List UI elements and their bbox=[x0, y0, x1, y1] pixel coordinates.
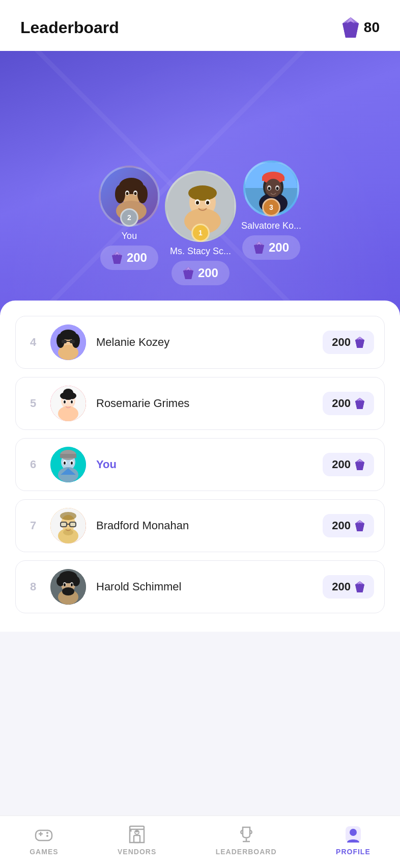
svg-rect-75 bbox=[36, 830, 52, 840]
list-name-5: Rosemarie Grimes bbox=[96, 397, 312, 410]
list-score-7: 200 bbox=[323, 514, 374, 537]
nav-label-games: GAMES bbox=[30, 848, 58, 856]
nav-item-leaderboard[interactable]: LEADERBOARD bbox=[216, 824, 277, 856]
svg-point-87 bbox=[350, 829, 357, 836]
avatar-bradford bbox=[50, 508, 86, 544]
svg-point-28 bbox=[276, 187, 278, 190]
nav-label-profile: PROFILE bbox=[336, 848, 370, 856]
score-1st: 200 bbox=[198, 266, 218, 280]
podium-name-1st: Ms. Stacy Sc... bbox=[170, 246, 231, 257]
gem-counter: 80 bbox=[341, 16, 380, 39]
svg-point-70 bbox=[62, 587, 74, 595]
list-score-6: 200 bbox=[323, 453, 374, 476]
list-rank-5: 5 bbox=[26, 397, 40, 410]
list-item: 8 Harold Schimmel 200 bbox=[15, 560, 385, 613]
list-name-4: Melanie Kozey bbox=[96, 336, 312, 349]
svg-rect-35 bbox=[62, 340, 67, 343]
list-item: 4 Melanie Kozey 200 bbox=[15, 316, 385, 369]
svg-point-59 bbox=[60, 512, 76, 520]
gem-count: 80 bbox=[364, 19, 380, 36]
svg-point-5 bbox=[137, 185, 148, 203]
list-name-7: Bradford Monahan bbox=[96, 519, 312, 532]
score-badge-3rd: 200 bbox=[242, 235, 300, 260]
score-value-6: 200 bbox=[332, 458, 351, 471]
medal-silver: 2 bbox=[120, 208, 138, 227]
svg-point-27 bbox=[268, 187, 270, 190]
score-value-5: 200 bbox=[332, 397, 351, 410]
nav-item-games[interactable]: GAMES bbox=[30, 824, 58, 856]
score-3rd: 200 bbox=[269, 240, 289, 255]
svg-point-55 bbox=[71, 462, 73, 465]
score-2nd: 200 bbox=[127, 251, 147, 265]
svg-point-63 bbox=[63, 529, 73, 535]
svg-rect-61 bbox=[70, 522, 76, 527]
avatar-rosemarie bbox=[50, 386, 86, 421]
svg-point-73 bbox=[64, 583, 66, 586]
podium-player-3rd: 3 Salvatore Ko... 200 bbox=[241, 160, 301, 260]
svg-rect-60 bbox=[61, 522, 67, 527]
person-icon bbox=[343, 824, 363, 845]
svg-rect-36 bbox=[70, 340, 75, 343]
list-rank-8: 8 bbox=[26, 580, 40, 593]
svg-point-17 bbox=[206, 201, 209, 205]
svg-point-40 bbox=[58, 406, 78, 421]
score-badge-1st: 200 bbox=[172, 261, 230, 285]
gem-icon bbox=[341, 16, 360, 39]
nav-label-vendors: VENDORS bbox=[118, 848, 156, 856]
svg-point-46 bbox=[71, 400, 73, 403]
svg-point-16 bbox=[196, 201, 199, 205]
gamepad-icon bbox=[34, 824, 54, 845]
list-name-you: You bbox=[96, 458, 312, 471]
podium-name-3rd: Salvatore Ko... bbox=[241, 221, 301, 231]
score-value-4: 200 bbox=[332, 336, 351, 349]
list-score-5: 200 bbox=[323, 392, 374, 415]
svg-point-4 bbox=[115, 185, 125, 203]
avatar-you-list bbox=[50, 447, 86, 482]
podium-player-1st: 1 Ms. Stacy Sc... 200 bbox=[165, 171, 236, 285]
podium-player-2nd: 2 You 200 bbox=[99, 166, 160, 270]
medal-bronze: 3 bbox=[262, 198, 280, 216]
page-title: Leaderboard bbox=[20, 18, 119, 37]
svg-point-45 bbox=[64, 400, 66, 403]
score-badge-2nd: 200 bbox=[100, 246, 158, 270]
avatar-melanie bbox=[50, 324, 86, 360]
svg-point-78 bbox=[46, 832, 48, 834]
list-item: 7 Bradford Monahan 200 bbox=[15, 499, 385, 552]
list-section: 4 Melanie Kozey 200 bbox=[0, 301, 400, 632]
svg-point-9 bbox=[134, 192, 136, 195]
avatar-container-2nd: 2 bbox=[99, 166, 160, 227]
avatar-harold bbox=[50, 569, 86, 605]
list-score-8: 200 bbox=[323, 575, 374, 599]
list-score-4: 200 bbox=[323, 331, 374, 354]
store-icon bbox=[127, 824, 147, 845]
svg-point-54 bbox=[64, 462, 66, 465]
svg-point-13 bbox=[188, 185, 217, 201]
podium-players: 2 You 200 bbox=[22, 160, 378, 285]
score-value-8: 200 bbox=[332, 580, 351, 593]
svg-rect-81 bbox=[134, 835, 140, 843]
score-value-7: 200 bbox=[332, 519, 351, 532]
trophy-icon bbox=[236, 824, 256, 845]
avatar-container-1st: 1 bbox=[165, 171, 236, 242]
avatar-container-3rd: 3 bbox=[243, 160, 299, 216]
list-item: 5 Rosemarie Grimes 200 bbox=[15, 377, 385, 430]
list-rank-4: 4 bbox=[26, 336, 40, 349]
list-rank-7: 7 bbox=[26, 519, 40, 532]
svg-point-79 bbox=[46, 835, 48, 837]
nav-item-profile[interactable]: PROFILE bbox=[336, 824, 370, 856]
podium-name-2nd: You bbox=[122, 231, 137, 241]
list-rank-6: 6 bbox=[26, 458, 40, 471]
medal-gold: 1 bbox=[191, 224, 210, 242]
podium-section: 2 You 200 bbox=[0, 51, 400, 316]
svg-point-83 bbox=[135, 830, 138, 832]
svg-point-42 bbox=[60, 392, 76, 400]
svg-point-8 bbox=[126, 192, 128, 195]
nav-label-leaderboard: LEADERBOARD bbox=[216, 848, 277, 856]
svg-point-74 bbox=[71, 583, 73, 586]
nav-item-vendors[interactable]: VENDORS bbox=[118, 824, 156, 856]
header: Leaderboard 80 bbox=[0, 0, 400, 51]
svg-rect-80 bbox=[130, 826, 144, 829]
bottom-nav: GAMES VENDORS LEADERBOARD bbox=[0, 816, 400, 868]
svg-rect-51 bbox=[60, 454, 76, 458]
list-item-you: 6 You 200 bbox=[15, 438, 385, 491]
